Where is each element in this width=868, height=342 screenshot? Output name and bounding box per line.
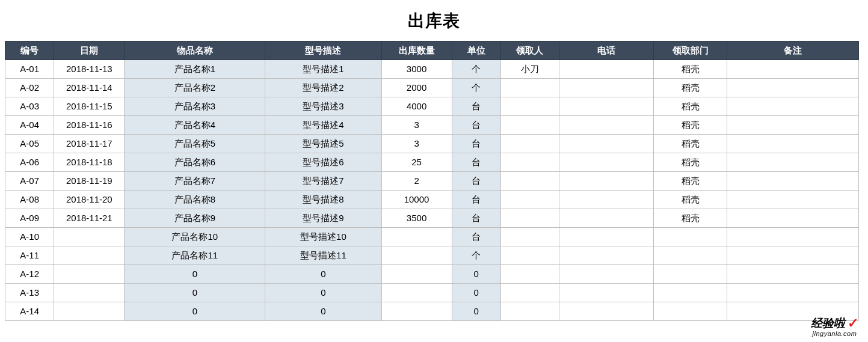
cell-name: 产品名称8 [125, 191, 265, 209]
cell-id: A-11 [5, 246, 54, 265]
cell-name: 产品名称10 [125, 228, 265, 246]
cell-qty: 3 [381, 135, 452, 153]
cell-receiver [500, 116, 559, 135]
cell-id: A-08 [5, 191, 54, 209]
cell-unit: 台 [452, 191, 500, 209]
cell-phone [559, 116, 654, 135]
cell-date [54, 265, 125, 284]
cell-note [727, 284, 859, 302]
cell-date [54, 246, 125, 265]
cell-name: 0 [125, 284, 265, 302]
cell-note [727, 153, 859, 172]
header-dept: 领取部门 [654, 41, 727, 60]
cell-unit: 个 [452, 246, 500, 265]
cell-name: 0 [125, 302, 265, 321]
cell-unit: 台 [452, 172, 500, 191]
cell-id: A-02 [5, 79, 54, 97]
cell-unit: 0 [452, 284, 500, 302]
cell-dept: 稻壳 [654, 209, 727, 228]
cell-date [54, 284, 125, 302]
cell-model: 型号描述7 [265, 172, 381, 191]
cell-qty: 10000 [381, 191, 452, 209]
cell-date [54, 302, 125, 321]
cell-name: 产品名称3 [125, 97, 265, 116]
cell-qty: 2 [381, 172, 452, 191]
cell-date: 2018-11-14 [54, 79, 125, 97]
cell-dept: 稻壳 [654, 153, 727, 172]
header-model: 型号描述 [265, 41, 381, 60]
cell-phone [559, 135, 654, 153]
cell-receiver [500, 265, 559, 284]
cell-note [727, 228, 859, 246]
cell-note [727, 116, 859, 135]
cell-model: 型号描述10 [265, 228, 381, 246]
cell-dept: 稻壳 [654, 172, 727, 191]
header-phone: 电话 [559, 41, 654, 60]
header-id: 编号 [5, 41, 54, 60]
table-row: A-042018-11-16产品名称4型号描述43台稻壳 [5, 116, 859, 135]
watermark-url: jingyanla.com [811, 330, 858, 337]
cell-id: A-01 [5, 60, 54, 79]
cell-phone [559, 284, 654, 302]
cell-note [727, 246, 859, 265]
cell-phone [559, 246, 654, 265]
cell-receiver [500, 209, 559, 228]
cell-dept [654, 284, 727, 302]
table-row: A-12000 [5, 265, 859, 284]
cell-id: A-04 [5, 116, 54, 135]
cell-date: 2018-11-19 [54, 172, 125, 191]
cell-id: A-09 [5, 209, 54, 228]
cell-model: 型号描述5 [265, 135, 381, 153]
cell-note [727, 191, 859, 209]
cell-dept: 稻壳 [654, 135, 727, 153]
cell-phone [559, 172, 654, 191]
cell-unit: 台 [452, 116, 500, 135]
cell-date: 2018-11-13 [54, 60, 125, 79]
cell-receiver: 小刀 [500, 60, 559, 79]
table-row: A-13000 [5, 284, 859, 302]
table-row: A-092018-11-21产品名称9型号描述93500台稻壳 [5, 209, 859, 228]
cell-dept [654, 228, 727, 246]
cell-name: 0 [125, 265, 265, 284]
table-row: A-012018-11-13产品名称1型号描述13000个小刀稻壳 [5, 60, 859, 79]
cell-name: 产品名称7 [125, 172, 265, 191]
cell-unit: 台 [452, 228, 500, 246]
header-qty: 出库数量 [381, 41, 452, 60]
cell-date: 2018-11-18 [54, 153, 125, 172]
cell-unit: 台 [452, 153, 500, 172]
cell-qty: 3 [381, 116, 452, 135]
header-row: 编号 日期 物品名称 型号描述 出库数量 单位 领取人 电话 领取部门 备注 [5, 41, 859, 60]
cell-model: 型号描述11 [265, 246, 381, 265]
cell-name: 产品名称4 [125, 116, 265, 135]
cell-name: 产品名称1 [125, 60, 265, 79]
cell-note [727, 209, 859, 228]
cell-qty [381, 246, 452, 265]
cell-date: 2018-11-15 [54, 97, 125, 116]
table-row: A-032018-11-15产品名称3型号描述34000台稻壳 [5, 97, 859, 116]
cell-dept: 稻壳 [654, 191, 727, 209]
cell-model: 型号描述8 [265, 191, 381, 209]
cell-unit: 台 [452, 97, 500, 116]
cell-dept: 稻壳 [654, 97, 727, 116]
cell-phone [559, 228, 654, 246]
cell-date: 2018-11-21 [54, 209, 125, 228]
watermark: 经验啦 ✓ jingyanla.com [811, 316, 858, 337]
cell-note [727, 60, 859, 79]
cell-model: 型号描述4 [265, 116, 381, 135]
cell-qty [381, 284, 452, 302]
table-row: A-10产品名称10型号描述10台 [5, 228, 859, 246]
cell-receiver [500, 191, 559, 209]
table-row: A-082018-11-20产品名称8型号描述810000台稻壳 [5, 191, 859, 209]
cell-receiver [500, 153, 559, 172]
cell-unit: 个 [452, 60, 500, 79]
table-row: A-022018-11-14产品名称2型号描述22000个稻壳 [5, 79, 859, 97]
cell-phone [559, 191, 654, 209]
cell-qty [381, 228, 452, 246]
cell-qty: 3500 [381, 209, 452, 228]
cell-date [54, 228, 125, 246]
table-row: A-11产品名称11型号描述11个 [5, 246, 859, 265]
cell-unit: 个 [452, 79, 500, 97]
cell-qty: 4000 [381, 97, 452, 116]
cell-name: 产品名称2 [125, 79, 265, 97]
cell-dept [654, 265, 727, 284]
